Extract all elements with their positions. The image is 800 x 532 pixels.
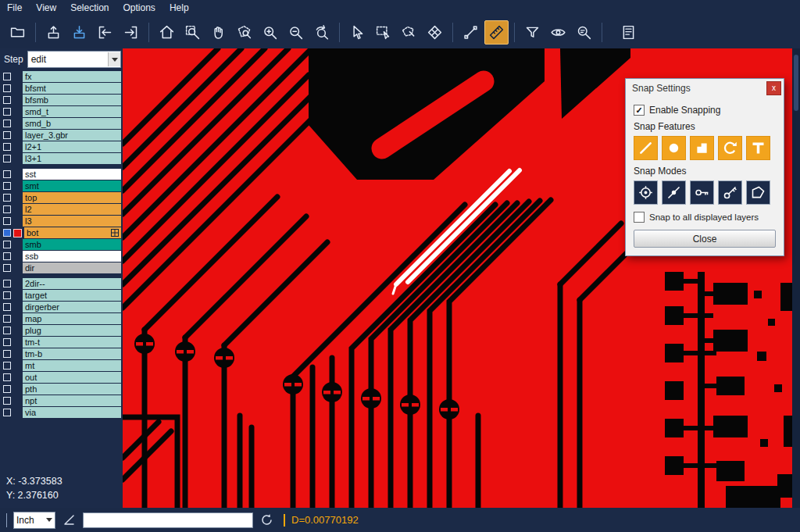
layer-visibility-checkbox[interactable] [3, 182, 11, 190]
snap-all-layers-checkbox[interactable] [634, 212, 645, 223]
layer-visibility-checkbox[interactable] [3, 155, 11, 162]
menu-selection[interactable]: Selection [63, 0, 116, 16]
layer-visibility-checkbox[interactable] [3, 194, 11, 202]
select-group-button[interactable] [397, 20, 421, 45]
report-button[interactable] [616, 20, 641, 45]
snap-mode-key-button[interactable] [690, 180, 714, 205]
layer-name[interactable]: top [23, 192, 121, 203]
layer-visibility-checkbox[interactable] [3, 315, 11, 323]
search-button[interactable] [572, 20, 596, 45]
layer-name[interactable]: out [23, 372, 121, 383]
layer-visibility-checkbox[interactable] [3, 96, 11, 104]
output-button[interactable] [119, 20, 143, 45]
layer-row-smb[interactable]: smb [0, 239, 123, 250]
layer-row-dirgerber[interactable]: dirgerber [0, 302, 123, 312]
layer-name[interactable]: sst [23, 169, 121, 180]
zoom-window-button[interactable] [180, 20, 205, 45]
layer-visibility-checkbox[interactable] [3, 338, 11, 346]
layer-name[interactable]: npt [23, 395, 121, 406]
layer-visibility-checkbox[interactable] [3, 120, 11, 127]
layer-row-fx[interactable]: fx [0, 71, 123, 82]
measure-ruler-button[interactable] [484, 20, 509, 45]
step-dropdown[interactable]: edit [27, 51, 121, 68]
layer-visibility-checkbox[interactable] [3, 252, 11, 260]
layer-row-bfsmt[interactable]: bfsmt [0, 83, 123, 94]
layer-visibility-checkbox[interactable] [3, 73, 11, 80]
layer-name[interactable]: via [23, 407, 121, 418]
close-button[interactable]: Close [634, 230, 776, 248]
layer-name[interactable]: layer_3.gbr [23, 130, 121, 141]
pan-button[interactable] [206, 20, 230, 45]
layer-name[interactable]: 2dir-- [23, 278, 121, 289]
layer-visibility-checkbox[interactable] [3, 170, 11, 178]
layer-row-bfsmb[interactable]: bfsmb [0, 95, 123, 105]
menu-file[interactable]: File [0, 0, 29, 16]
components-button[interactable] [423, 20, 447, 45]
layer-visibility-checkbox[interactable] [3, 108, 11, 116]
layer-row-npt[interactable]: npt [0, 395, 123, 406]
layer-row-pth[interactable]: pth [0, 384, 123, 395]
layer-name[interactable]: plug [23, 325, 121, 336]
snap-feature-arc-button[interactable] [718, 136, 742, 160]
layer-visibility-checkbox[interactable] [3, 264, 11, 272]
layer-row-layer_3.gbr[interactable]: layer_3.gbr [0, 130, 123, 141]
enable-snapping-checkbox[interactable]: ✓ [634, 105, 645, 116]
layer-name[interactable]: mt [23, 360, 121, 371]
scrollbar-thumb[interactable] [794, 55, 798, 111]
zoom-previous-button[interactable] [309, 20, 334, 45]
layer-visibility-checkbox[interactable] [3, 84, 11, 92]
snap-feature-text-button[interactable] [746, 136, 770, 160]
layer-visibility-checkbox[interactable] [3, 409, 11, 416]
layer-name[interactable]: map [23, 313, 121, 324]
layer-visibility-checkbox[interactable] [3, 229, 11, 237]
layer-visibility-checkbox[interactable] [3, 373, 11, 381]
unit-dropdown[interactable]: Inch [13, 512, 55, 529]
layer-row-sst[interactable]: sst [0, 169, 123, 180]
snap-feature-line-button[interactable] [634, 136, 658, 160]
inspect-button[interactable] [546, 20, 570, 45]
layer-row-smd_b[interactable]: smd_b [0, 118, 123, 129]
snap-mode-key-angled-button[interactable] [718, 180, 742, 205]
home-button[interactable] [155, 20, 179, 45]
import-button[interactable] [67, 20, 91, 45]
line-button[interactable] [459, 20, 483, 45]
layer-row-out[interactable]: out [0, 372, 123, 383]
layer-visibility-checkbox[interactable] [3, 143, 11, 151]
layer-row-2dir--[interactable]: 2dir-- [0, 278, 123, 289]
menu-view[interactable]: View [29, 0, 63, 16]
zoom-out-button[interactable] [284, 20, 308, 45]
export-button[interactable] [41, 20, 66, 45]
layer-name[interactable]: bfsmt [23, 83, 121, 94]
layer-visibility-checkbox[interactable] [3, 362, 11, 370]
layer-row-top[interactable]: top [0, 192, 123, 203]
snap-mode-contour-button[interactable] [746, 180, 770, 205]
layer-name[interactable]: pth [23, 384, 121, 395]
dialog-close-icon[interactable]: x [766, 81, 781, 95]
layer-name[interactable]: l3 [23, 216, 121, 227]
layer-row-smt[interactable]: smt [0, 180, 123, 191]
layer-name[interactable]: bfsmb [23, 95, 121, 105]
layer-visibility-checkbox[interactable] [3, 205, 11, 213]
input-button[interactable] [93, 20, 117, 45]
layer-name[interactable]: fx [23, 71, 121, 82]
layer-name[interactable]: bot [24, 227, 121, 238]
layer-row-l2[interactable]: l2 [0, 204, 123, 215]
layer-name[interactable]: tm-b [23, 348, 121, 359]
layer-visibility-checkbox[interactable] [3, 303, 11, 311]
layer-visibility-checkbox[interactable] [3, 350, 11, 358]
filter-button[interactable] [520, 20, 545, 45]
layer-row-plug[interactable]: plug [0, 325, 123, 336]
layer-name[interactable]: smd_t [23, 106, 121, 117]
layer-visibility-checkbox[interactable] [3, 291, 11, 299]
zoom-polygon-button[interactable] [232, 20, 256, 45]
layer-row-tm-t[interactable]: tm-t [0, 337, 123, 348]
layer-name[interactable]: dir [23, 262, 121, 273]
zoom-in-button[interactable] [258, 20, 282, 45]
snap-mode-line-point-button[interactable] [662, 180, 686, 205]
layer-name[interactable]: smd_b [23, 118, 121, 129]
layer-row-mt[interactable]: mt [0, 360, 123, 371]
layer-name[interactable]: l2+1 [23, 141, 121, 152]
layer-row-bot[interactable]: bot [0, 227, 123, 238]
layer-row-l2+1[interactable]: l2+1 [0, 141, 123, 152]
layer-row-target[interactable]: target [0, 290, 123, 301]
